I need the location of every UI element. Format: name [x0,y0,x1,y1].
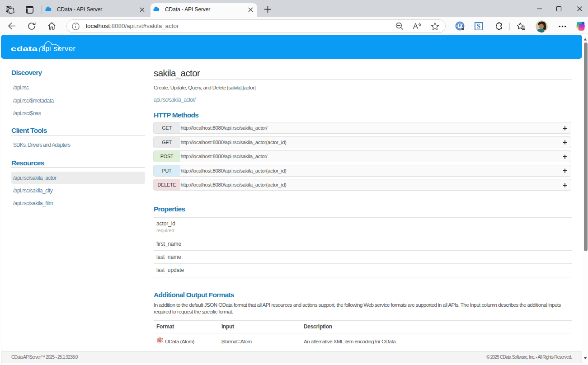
svg-text:S: S [477,23,480,30]
svg-text:api: api [42,44,51,53]
svg-text:cdata: cdata [11,45,38,52]
svg-text:server: server [54,44,76,53]
